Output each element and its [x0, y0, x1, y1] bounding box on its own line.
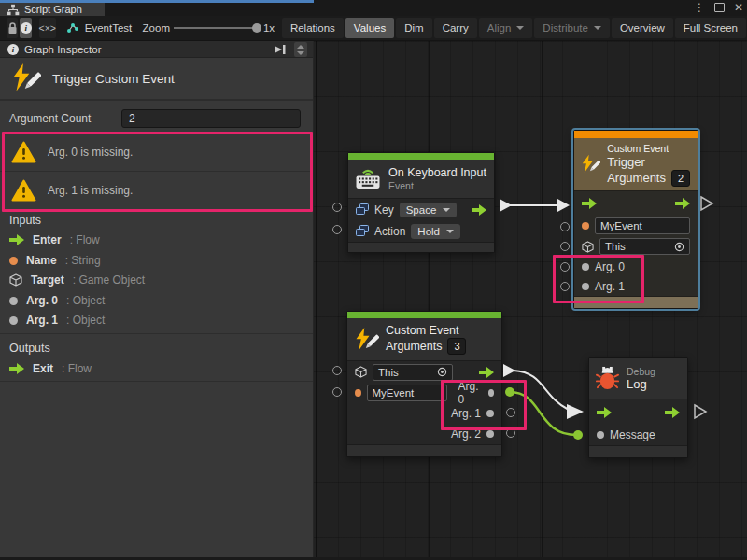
action-label: Action — [374, 225, 405, 238]
port-circle[interactable] — [560, 242, 570, 251]
info-icon: i — [7, 44, 19, 55]
event-color-bar — [348, 153, 494, 160]
node-header: Custom Event Trigger Arguments 2 — [574, 138, 698, 190]
inspector-title: Graph Inspector — [24, 44, 101, 55]
dim-button[interactable]: Dim — [396, 18, 431, 38]
chevron-down-icon — [443, 208, 450, 212]
zoom-slider[interactable] — [174, 27, 260, 29]
panel-spinner[interactable] — [294, 42, 307, 57]
port-circle[interactable] — [332, 225, 342, 234]
dock-panel-icon[interactable] — [274, 44, 287, 55]
zoom-level: 1x — [263, 22, 275, 34]
node-title-line1: Trigger — [607, 155, 690, 170]
node-footer — [348, 242, 494, 252]
zoom-slider-handle[interactable] — [252, 23, 261, 33]
input-port-row: Arg. 1Object — [9, 314, 105, 327]
distribute-button[interactable]: Distribute — [534, 18, 610, 38]
chevron-down-icon — [516, 26, 524, 30]
lock-button[interactable] — [7, 18, 19, 38]
graph-toolbar: i <×> EventTest Zoom 1x Relations Values… — [0, 16, 747, 41]
target-field[interactable]: This — [373, 364, 453, 381]
node-kicker: Custom Event — [607, 143, 690, 155]
event-name-row: MyEvent — [574, 216, 698, 236]
event-name-field[interactable]: MyEvent — [595, 217, 690, 234]
argument-count-label: Argument Count — [9, 112, 91, 125]
bug-icon — [595, 366, 620, 391]
cube-icon — [9, 273, 22, 287]
title-bar: Script Graph ⋮ ✕ — [0, 0, 747, 16]
target-field[interactable]: This — [599, 238, 690, 255]
argument-count-badge: 2 — [671, 170, 690, 187]
close-icon[interactable]: ✕ — [734, 0, 743, 15]
spinner-down-icon[interactable] — [297, 51, 304, 55]
value-port-icon[interactable] — [582, 222, 589, 230]
maximize-icon[interactable] — [714, 3, 725, 12]
graph-icon — [66, 22, 79, 34]
action-dropdown[interactable]: Hold — [411, 224, 460, 239]
port-circle[interactable] — [332, 387, 342, 397]
node-title-line2: Arguments 2 — [607, 170, 690, 187]
value-port-icon — [9, 257, 18, 265]
flow-row — [574, 191, 698, 216]
inspector-toggle-button[interactable]: i — [20, 18, 32, 38]
input-port-row: Arg. 0Object — [9, 294, 105, 307]
argument-count-input[interactable] — [121, 109, 301, 128]
key-dropdown[interactable]: Space — [400, 203, 458, 217]
node-debug-log[interactable]: Debug Log Message — [588, 357, 688, 458]
flow-arrow-icon — [9, 234, 24, 245]
values-button[interactable]: Values — [345, 18, 394, 38]
object-picker-icon[interactable] — [674, 242, 684, 252]
code-view-button[interactable]: <×> — [39, 18, 56, 38]
port-circle[interactable] — [332, 366, 342, 375]
align-button[interactable]: Align — [479, 18, 533, 38]
object-port-icon[interactable] — [597, 431, 604, 439]
lock-icon — [7, 22, 18, 35]
cube-icon[interactable] — [355, 366, 367, 378]
info-icon: i — [21, 22, 32, 34]
zoom-control: Zoom 1x — [143, 16, 275, 40]
node-footer — [347, 444, 501, 456]
node-on-keyboard-input[interactable]: On Keyboard Input Event Key Space — [347, 152, 495, 253]
chevron-down-icon — [446, 230, 454, 233]
object-port-icon — [9, 316, 18, 325]
object-picker-icon[interactable] — [437, 367, 447, 377]
port-circle[interactable] — [560, 222, 570, 231]
spinner-up-icon[interactable] — [297, 45, 304, 49]
hierarchy-icon — [7, 4, 20, 16]
graph-breadcrumb[interactable]: EventTest — [66, 16, 133, 40]
value-port-icon[interactable] — [355, 389, 361, 397]
flow-out-port[interactable] — [665, 407, 680, 418]
custom-event-icon — [580, 151, 600, 177]
tab-script-graph[interactable]: Script Graph — [0, 3, 105, 16]
output-port-row: ExitFlow — [9, 362, 92, 375]
zoom-label: Zoom — [143, 22, 170, 34]
annotation-highlight-event-args — [441, 380, 527, 430]
window-controls: ⋮ ✕ — [694, 0, 743, 15]
cube-icon[interactable] — [582, 241, 594, 253]
full-screen-button[interactable]: Full Screen — [675, 18, 746, 38]
input-port-row: NameString — [9, 254, 101, 267]
message-label: Message — [610, 428, 655, 441]
custom-event-icon — [353, 327, 379, 353]
node-kicker: Custom Event — [386, 324, 466, 338]
object-port-icon[interactable] — [486, 430, 494, 438]
flow-in-port[interactable] — [582, 198, 597, 209]
kebab-menu-icon[interactable]: ⋮ — [694, 0, 705, 15]
flow-out-port[interactable] — [479, 367, 494, 378]
relations-button[interactable]: Relations — [282, 18, 344, 38]
node-subtitle: Event — [388, 180, 486, 191]
flow-out-port[interactable] — [472, 204, 486, 216]
carry-button[interactable]: Carry — [434, 18, 477, 38]
unit-title-block: Trigger Custom Event — [0, 58, 313, 101]
selected-color-bar — [574, 131, 698, 138]
action-row: Action Hold — [348, 220, 494, 242]
flow-out-port[interactable] — [675, 198, 690, 209]
node-title: On Keyboard Input — [388, 166, 486, 180]
target-row: This — [574, 236, 698, 257]
overview-button[interactable]: Overview — [612, 18, 673, 38]
event-name-field[interactable]: MyEvent — [367, 385, 447, 401]
flow-in-port[interactable] — [597, 407, 612, 418]
binding-icon — [356, 203, 369, 216]
port-circle[interactable] — [332, 203, 342, 212]
node-header: Debug Log — [589, 358, 687, 399]
